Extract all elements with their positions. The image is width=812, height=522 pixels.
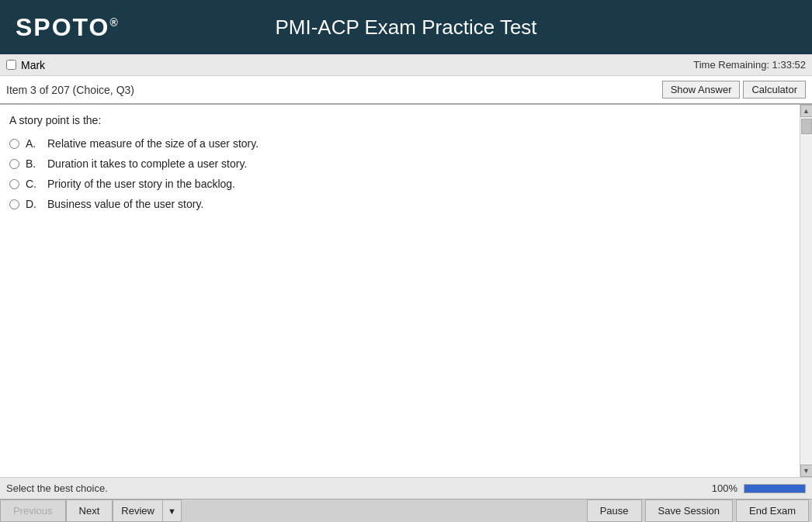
scroll-up-arrow[interactable]: ▲ [800,105,813,117]
next-button[interactable]: Next [66,500,113,522]
option-text-1: Duration it takes to complete a user sto… [47,157,247,170]
app-title: PMI-ACP Exam Practice Test [275,16,536,40]
scroll-thumb[interactable] [801,119,812,134]
scroll-down-arrow[interactable]: ▼ [800,465,813,477]
item-label: Item 3 of 207 (Choice, Q3) [6,84,134,96]
option-text-2: Priority of the user story in the backlo… [47,178,235,190]
radio-option-d[interactable] [9,199,19,209]
review-dropdown-arrow[interactable]: ▼ [162,500,182,522]
progress-area: 100% [712,482,806,494]
mark-checkbox[interactable] [6,60,16,70]
radio-option-a[interactable] [9,139,19,149]
end-exam-button[interactable]: End Exam [736,500,809,522]
left-nav: Previous Next Review ▼ [0,500,182,522]
option-letter-1: B. [26,157,41,170]
option-text-3: Business value of the user story. [47,198,203,210]
right-nav: Pause Save Session End Exam [587,500,812,522]
time-remaining: Time Remaining: 1:33:52 [693,59,806,71]
progress-bar-fill [744,485,805,493]
option-c: C. Priority of the user story in the bac… [9,178,781,190]
question-text: A story point is the: [9,114,781,126]
status-text: Select the best choice. [6,482,108,494]
logo: SPOTO® [16,13,120,42]
option-a: A. Relative measure of the size of a use… [9,137,781,150]
bottom-nav: Previous Next Review ▼ Pause Save Sessio… [0,499,812,522]
option-b: B. Duration it takes to complete a user … [9,157,781,170]
option-letter-2: C. [26,178,41,190]
save-session-button[interactable]: Save Session [645,500,734,522]
pause-button[interactable]: Pause [587,500,642,522]
mark-label: Mark [21,59,45,71]
main-content: A story point is the: A. Relative measur… [0,105,800,477]
scrollbar-track: ▲ ▼ [800,105,812,477]
review-button[interactable]: Review [113,500,162,522]
calculator-button[interactable]: Calculator [743,81,806,99]
review-dropdown: Review ▼ [113,500,182,522]
app-header: SPOTO® PMI-ACP Exam Practice Test [0,0,812,54]
progress-pct: 100% [712,482,737,494]
content-wrapper: A story point is the: A. Relative measur… [0,105,812,477]
option-letter-3: D. [26,198,41,210]
status-bar: Select the best choice. 100% [0,477,812,499]
option-text-0: Relative measure of the size of a user s… [47,137,259,150]
options-container: A. Relative measure of the size of a use… [9,137,781,210]
mark-bar: Mark Time Remaining: 1:33:52 [0,54,812,76]
previous-button[interactable]: Previous [0,500,66,522]
show-answer-button[interactable]: Show Answer [662,81,741,99]
question-header: Item 3 of 207 (Choice, Q3) Show Answer C… [0,76,812,105]
progress-bar-container [744,484,806,493]
header-buttons: Show Answer Calculator [662,81,806,99]
radio-option-b[interactable] [9,159,19,169]
mark-left: Mark [6,59,45,71]
option-letter-0: A. [26,137,41,150]
option-d: D. Business value of the user story. [9,198,781,210]
radio-option-c[interactable] [9,179,19,189]
